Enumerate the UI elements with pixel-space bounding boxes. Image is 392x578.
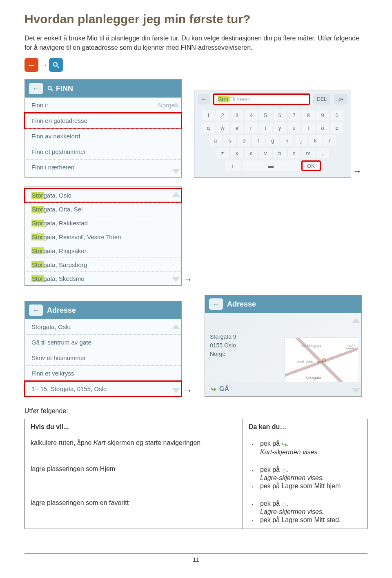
table-cell: pek på ♡.Lagre-skjermen vises. pek på La… (243, 495, 367, 529)
key-z[interactable]: z (216, 148, 229, 158)
arrow-icon: → (40, 61, 47, 69)
key-c[interactable]: c (245, 148, 258, 158)
result-row[interactable]: Storgata, Otta, Sel (25, 202, 181, 216)
screenshot-finn: ← FINN Finn i: Norge Finn en gateadresse… (24, 79, 182, 178)
search-icon (47, 85, 53, 92)
key-t[interactable]: t (259, 122, 272, 133)
key-,[interactable]: , (316, 148, 329, 158)
screenshot-keyboard: ← Stor Eli veien DEL .;/+ 1234567890 qwe… (194, 91, 351, 178)
key-d[interactable]: d (238, 135, 250, 146)
key-k[interactable]: k (309, 135, 322, 146)
symbols-key[interactable]: .;/+ (334, 94, 347, 104)
page-footer: 11 (24, 554, 368, 563)
key-j[interactable]: j (295, 135, 307, 146)
key-2[interactable]: 2 (216, 110, 229, 120)
table-cell: kalkulere ruten, åpne Kart-skjermen og s… (25, 435, 243, 461)
key-5[interactable]: 5 (259, 110, 272, 120)
key-a[interactable]: a (209, 135, 222, 146)
key-h[interactable]: h (281, 135, 293, 146)
key-g[interactable]: g (266, 135, 279, 146)
result-row[interactable]: Storgata, Reinsvoll, Vestre Toten (25, 230, 181, 244)
page-heading: Hvordan planlegger jeg min første tur? (24, 12, 368, 26)
table-header: Da kan du… (243, 419, 367, 435)
table-cell: lagre plasseringen som en favoritt (25, 495, 243, 529)
svg-point-2 (48, 87, 51, 90)
key-b[interactable]: b (274, 148, 286, 158)
arrow-icon: → (183, 274, 192, 285)
addr-row[interactable]: Gå til sentrum av gate (25, 334, 181, 350)
addr-row[interactable]: Finn et veikryss (25, 365, 181, 381)
mini-map: Grubbegata 162 Karl Joha... gate Kirkega… (285, 338, 358, 382)
svg-line-1 (57, 66, 59, 68)
ok-key[interactable]: OK (301, 160, 321, 171)
options-table: Hvis du vil... Da kan du… kalkulere rute… (24, 419, 368, 529)
key-n[interactable]: n (288, 148, 301, 158)
section-label: Utfør følgende: (24, 407, 368, 415)
heart-icon: ♡ (281, 468, 287, 474)
search-icon (49, 58, 63, 72)
svg-line-3 (51, 89, 53, 91)
key-f[interactable]: f (252, 135, 265, 146)
key-w[interactable]: w (216, 122, 229, 133)
arrow-icon: → (353, 166, 362, 177)
table-cell: lagre plasseringen som Hjem (25, 461, 243, 495)
key-y[interactable]: y (274, 122, 286, 133)
space-key[interactable]: ▬ (243, 160, 300, 171)
delete-key[interactable]: DEL (313, 94, 330, 104)
key-1[interactable]: 1 (202, 110, 215, 120)
key-m[interactable]: m (302, 148, 315, 158)
addr-row-selected[interactable]: 1 - 15, Storgata, 0155, Oslo (25, 381, 181, 396)
back-button[interactable]: ← (209, 298, 223, 310)
intro-text: Det er enkelt å bruke Mio til å planlegg… (24, 33, 368, 52)
addr-row[interactable]: Storgata, Oslo (25, 319, 181, 334)
back-button[interactable]: ← (29, 305, 43, 316)
key-3[interactable]: 3 (231, 110, 243, 120)
key-0[interactable]: 0 (331, 110, 343, 120)
key-r[interactable]: r (245, 122, 258, 133)
go-button[interactable]: ↪ GÅ (205, 382, 361, 396)
page-number: 11 (193, 556, 199, 563)
menu-icon: – (24, 58, 38, 72)
key-9[interactable]: 9 (316, 110, 329, 120)
key-6[interactable]: 6 (274, 110, 286, 120)
result-row[interactable]: Storgata, Oslo (25, 189, 181, 202)
heart-icon: ♡ (281, 502, 287, 508)
key-x[interactable]: x (231, 148, 243, 158)
icon-sequence: – → (24, 58, 368, 72)
key-s[interactable]: s (223, 135, 236, 146)
key-o[interactable]: o (316, 122, 329, 133)
addr-row[interactable]: Skriv et husnummer (25, 350, 181, 365)
key-i[interactable]: i (302, 122, 315, 133)
result-row[interactable]: Storgata, Sarpsborg (25, 258, 181, 271)
back-button[interactable]: ← (198, 94, 210, 104)
go-icon: ↪ (211, 385, 216, 393)
table-cell: pek på ♡.Lagre-skjermen vises. pek på La… (243, 461, 367, 495)
finn-keyword[interactable]: Finn av nøkkelord (25, 128, 181, 144)
screenshot-map: ← Adresse Storgata 9 0155 Oslo Norge Gru… (205, 295, 362, 397)
table-header: Hvis du vil... (25, 419, 243, 435)
result-row[interactable]: Storgata, Rakkestad (25, 216, 181, 230)
key-q[interactable]: q (202, 122, 215, 133)
finn-nearby[interactable]: Finn i nærheten (25, 159, 181, 175)
arrow-icon: → (183, 385, 192, 396)
finn-country-row[interactable]: Finn i: Norge (25, 98, 181, 113)
key-u[interactable]: u (288, 122, 301, 133)
key-l[interactable]: l (323, 135, 336, 146)
result-row[interactable]: Storgata, Ringsaker (25, 244, 181, 258)
table-cell: pek på ↪.Kart-skjermen vises. (243, 435, 367, 461)
screenshot-results: Storgata, OsloStorgata, Otta, SelStorgat… (24, 187, 182, 286)
key-v[interactable]: v (259, 148, 272, 158)
key-e[interactable]: e (231, 122, 243, 133)
finn-gateadresse[interactable]: Finn en gateadresse (25, 113, 181, 128)
result-row[interactable]: Storgata, Skedsmo (25, 271, 181, 285)
finn-postnummer[interactable]: Finn et postnummer (25, 144, 181, 159)
key-4[interactable]: 4 (245, 110, 258, 120)
address-info: Storgata 9 0155 Oslo Norge (210, 333, 236, 358)
key-p[interactable]: p (331, 122, 343, 133)
key-8[interactable]: 8 (302, 110, 315, 120)
key-7[interactable]: 7 (288, 110, 301, 120)
back-button[interactable]: ← (29, 83, 43, 94)
search-input[interactable]: Stor Eli veien (213, 93, 310, 105)
svg-point-0 (53, 62, 57, 66)
shift-key[interactable]: ↑ (225, 160, 241, 171)
